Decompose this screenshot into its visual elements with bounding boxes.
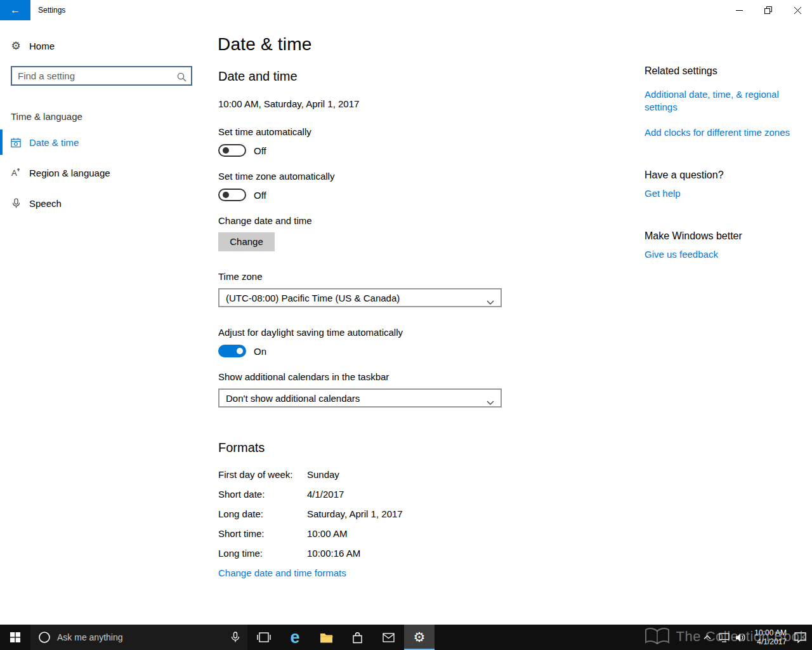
back-arrow-icon: ← (10, 4, 20, 16)
current-datetime-text: 10:00 AM, Saturday, April 1, 2017 (218, 98, 359, 109)
store-bag-icon (352, 632, 363, 644)
make-windows-better-heading: Make Windows better (645, 230, 742, 242)
start-button[interactable] (0, 625, 30, 650)
format-value: 10:00:16 AM (307, 548, 360, 559)
format-value: 10:00 AM (307, 528, 347, 539)
sidebar-item-speech[interactable]: Speech (0, 190, 203, 216)
format-label: Long date: (218, 508, 307, 519)
format-label: Short date: (218, 489, 307, 500)
set-timezone-automatically-label: Set time zone automatically (218, 171, 334, 182)
task-view-button[interactable] (249, 625, 279, 650)
format-row-first-day: First day of week:Sunday (218, 469, 510, 480)
give-feedback-link[interactable]: Give us feedback (645, 248, 792, 261)
mail-envelope-icon (383, 633, 395, 642)
format-label: First day of week: (218, 469, 307, 480)
set-time-automatically-state: Off (254, 145, 266, 156)
gear-icon: ⚙ (11, 41, 21, 51)
related-settings-heading: Related settings (645, 65, 717, 77)
toggle-knob (223, 192, 229, 198)
sidebar-item-region-language[interactable]: A Region & language (0, 160, 203, 185)
store-button[interactable] (342, 625, 372, 650)
network-icon[interactable] (716, 625, 732, 650)
get-help-link[interactable]: Get help (645, 187, 792, 200)
add-clocks-link[interactable]: Add clocks for different time zones (645, 126, 792, 139)
close-icon (794, 7, 801, 14)
change-date-time-label: Change date and time (218, 215, 312, 226)
format-value: Saturday, April 1, 2017 (307, 508, 403, 519)
region-language-icon: A (11, 168, 21, 178)
settings-app-button-active[interactable]: ⚙ (404, 625, 435, 650)
mail-button[interactable] (373, 625, 403, 650)
dst-toggle[interactable] (218, 345, 246, 357)
find-a-setting-box (11, 66, 192, 86)
edge-browser-button[interactable]: e (280, 625, 310, 650)
sidebar-date-time-label: Date & time (29, 137, 79, 148)
sidebar-item-date-time[interactable]: Date & time (0, 129, 203, 155)
action-center-button[interactable] (789, 625, 811, 650)
have-a-question-heading: Have a question? (645, 169, 724, 181)
date-time-section-heading: Date and time (218, 69, 298, 84)
format-label: Short time: (218, 528, 307, 539)
clock-time: 10:00 AM (749, 628, 787, 637)
change-button[interactable]: Change (218, 232, 275, 251)
system-tray: 10:00 AM 4/1/2017 (699, 625, 811, 650)
folder-icon (320, 632, 333, 643)
search-icon (177, 72, 187, 84)
close-button[interactable] (783, 0, 812, 20)
timezone-selected-value: (UTC-08:00) Pacific Time (US & Canada) (226, 293, 400, 303)
volume-icon[interactable] (732, 625, 749, 650)
sidebar-item-home[interactable]: ⚙ Home (0, 33, 203, 58)
timezone-dropdown[interactable]: (UTC-08:00) Pacific Time (US & Canada) (218, 288, 502, 307)
format-row-long-time: Long time:10:00:16 AM (218, 548, 510, 559)
titlebar: ← Settings (0, 0, 812, 20)
toggle-knob (223, 147, 229, 154)
dst-state: On (254, 346, 266, 357)
calendar-clock-icon (11, 137, 21, 147)
cortana-search-box[interactable]: Ask me anything (30, 625, 247, 650)
set-time-automatically-toggle[interactable] (218, 144, 246, 157)
back-button[interactable]: ← (0, 0, 30, 20)
format-row-short-date: Short date:4/1/2017 (218, 489, 510, 500)
taskbar: Ask me anything e ⚙ (0, 625, 812, 650)
taskbar-clock[interactable]: 10:00 AM 4/1/2017 (749, 628, 789, 646)
restore-button[interactable] (754, 0, 783, 20)
svg-text:A: A (11, 168, 17, 178)
sidebar-speech-label: Speech (29, 198, 62, 209)
window-title: Settings (38, 0, 65, 20)
chevron-down-icon (487, 296, 494, 307)
search-input[interactable] (12, 67, 191, 84)
additional-calendars-dropdown[interactable]: Don't show additional calendars (218, 388, 502, 408)
settings-gear-icon: ⚙ (414, 630, 426, 644)
action-center-icon (794, 632, 806, 643)
taskbar-search-placeholder: Ask me anything (57, 632, 231, 642)
edge-icon: e (290, 629, 299, 646)
set-time-automatically-label: Set time automatically (218, 126, 311, 137)
tray-chevron-up-icon[interactable] (699, 625, 716, 650)
dst-label: Adjust for daylight saving time automati… (218, 327, 403, 338)
restore-icon (764, 6, 772, 14)
format-value: Sunday (307, 469, 339, 480)
toggle-knob (237, 348, 243, 354)
microphone-icon (11, 198, 21, 208)
set-timezone-automatically-toggle[interactable] (218, 189, 246, 201)
task-view-icon (257, 632, 271, 642)
page-title: Date & time (218, 34, 311, 55)
file-explorer-button[interactable] (311, 625, 341, 650)
format-label: Long time: (218, 548, 307, 559)
windows-logo-icon (10, 632, 20, 642)
set-timezone-automatically-state: Off (254, 190, 266, 201)
microphone-icon[interactable] (231, 632, 240, 643)
settings-window: ← Settings ⚙ Home Time & language (0, 0, 812, 650)
format-row-short-time: Short time:10:00 AM (218, 528, 510, 539)
clock-date: 4/1/2017 (749, 637, 787, 646)
additional-calendars-selected-value: Don't show additional calendars (226, 393, 360, 404)
formats-section-heading: Formats (218, 441, 265, 455)
sidebar-home-label: Home (29, 41, 55, 51)
chevron-down-icon (487, 397, 494, 408)
additional-regional-settings-link[interactable]: Additional date, time, & regional settin… (645, 88, 792, 114)
format-row-long-date: Long date:Saturday, April 1, 2017 (218, 508, 510, 519)
change-formats-link[interactable]: Change date and time formats (218, 567, 346, 578)
collection-book-logo-icon (645, 627, 670, 646)
minimize-button[interactable] (724, 0, 754, 20)
cortana-icon (38, 631, 51, 644)
